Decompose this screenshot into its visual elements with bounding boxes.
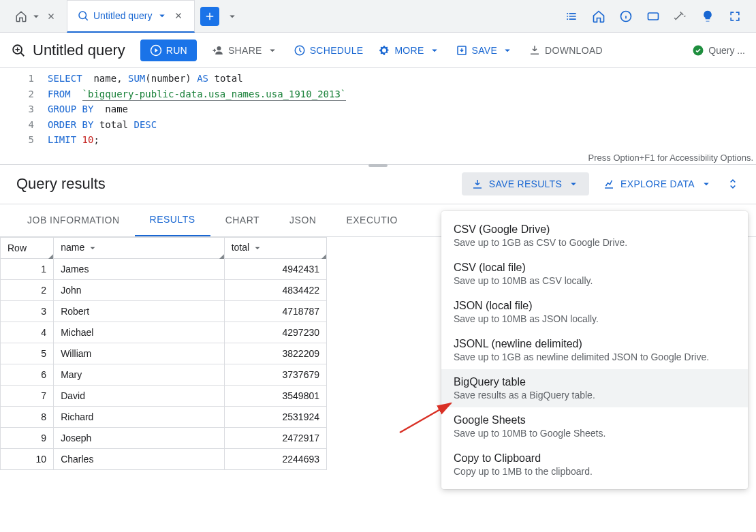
download-label: DOWNLOAD bbox=[545, 45, 603, 56]
table-row[interactable]: 5William3822209 bbox=[1, 343, 327, 364]
menu-item-title: CSV (Google Drive) bbox=[454, 223, 736, 236]
table-row[interactable]: 3Robert4718787 bbox=[1, 300, 327, 322]
cell-row: 10 bbox=[1, 448, 54, 469]
download-button[interactable]: DOWNLOAD bbox=[529, 44, 603, 57]
menu-item-google-sheets[interactable]: Google SheetsSave up to 10MB to Google S… bbox=[441, 407, 748, 445]
cell-name: John bbox=[54, 279, 225, 300]
editor-code[interactable]: SELECT name, SUM(number) AS totalFROM `b… bbox=[42, 68, 346, 164]
more-label: MORE bbox=[394, 45, 424, 56]
tab-job-information[interactable]: JOB INFORMATION bbox=[12, 204, 135, 236]
cell-row: 9 bbox=[1, 427, 54, 448]
column-row[interactable]: Row◢ bbox=[1, 237, 54, 258]
expand-collapse-icon[interactable] bbox=[726, 177, 740, 191]
menu-item-jsonl-newline-delimited-[interactable]: JSONL (newline delimited)Save up to 1GB … bbox=[441, 331, 748, 369]
chevron-down-icon bbox=[30, 10, 42, 22]
sql-editor[interactable]: 1 2 3 4 5 SELECT name, SUM(number) AS to… bbox=[0, 68, 756, 165]
menu-item-desc: Save up to 1GB as newline delimited JSON… bbox=[454, 351, 736, 362]
menu-item-copy-to-clipboard[interactable]: Copy to ClipboardCopy up to 1MB to the c… bbox=[441, 445, 748, 484]
table-row[interactable]: 6Mary3737679 bbox=[1, 364, 327, 385]
cell-total: 4718787 bbox=[224, 300, 326, 322]
schedule-button[interactable]: SCHEDULE bbox=[294, 44, 364, 57]
clock-icon bbox=[294, 44, 306, 57]
menu-item-title: CSV (local file) bbox=[454, 262, 736, 274]
menu-item-desc: Save up to 1GB as CSV to Google Drive. bbox=[454, 237, 736, 248]
menu-item-desc: Save up to 10MB as JSON locally. bbox=[454, 313, 736, 324]
query-title-text: Untitled query bbox=[33, 42, 125, 59]
query-status-text: Query ... bbox=[708, 45, 745, 56]
magic-icon[interactable] bbox=[673, 9, 688, 24]
cell-total: 3822209 bbox=[224, 343, 326, 364]
column-name[interactable]: name◢ bbox=[54, 237, 225, 258]
keyboard-icon[interactable] bbox=[646, 9, 661, 24]
query-action-bar: Untitled query RUN SHARE SCHEDULE MORE S… bbox=[0, 33, 756, 68]
accessibility-hint: Press Option+F1 for Accessibility Option… bbox=[588, 153, 753, 163]
add-tab-button[interactable] bbox=[200, 7, 219, 26]
menu-item-csv-local-file-[interactable]: CSV (local file)Save up to 10MB as CSV l… bbox=[441, 255, 748, 293]
save-icon bbox=[456, 44, 468, 57]
cell-total: 2472917 bbox=[224, 427, 326, 448]
chevron-down-icon bbox=[700, 178, 712, 190]
editor-gutter: 1 2 3 4 5 bbox=[0, 68, 42, 164]
table-row[interactable]: 10Charles2244693 bbox=[1, 448, 327, 469]
tab-bar: Untitled query bbox=[0, 0, 756, 33]
menu-item-desc: Copy up to 1MB to the clipboard. bbox=[454, 466, 736, 477]
sort-icon bbox=[87, 242, 98, 253]
fullscreen-icon[interactable] bbox=[727, 9, 742, 24]
list-icon[interactable] bbox=[564, 9, 579, 24]
query-icon bbox=[77, 10, 89, 22]
table-row[interactable]: 2John4834422 bbox=[1, 279, 327, 300]
download-icon bbox=[529, 44, 541, 57]
tab-execution[interactable]: EXECUTIO bbox=[331, 204, 413, 236]
menu-item-title: Copy to Clipboard bbox=[454, 452, 736, 465]
cell-name: Michael bbox=[54, 322, 225, 343]
cell-row: 1 bbox=[1, 258, 54, 279]
cell-row: 4 bbox=[1, 322, 54, 343]
menu-item-json-local-file-[interactable]: JSON (local file)Save up to 10MB as JSON… bbox=[441, 293, 748, 331]
cell-name: Charles bbox=[54, 448, 225, 469]
chevron-down-icon bbox=[156, 10, 168, 22]
person-add-icon bbox=[212, 44, 224, 57]
table-row[interactable]: 7David3549801 bbox=[1, 385, 327, 406]
cell-name: Joseph bbox=[54, 427, 225, 448]
cell-name: Mary bbox=[54, 364, 225, 385]
lightbulb-icon[interactable] bbox=[700, 9, 715, 24]
table-row[interactable]: 1James4942431 bbox=[1, 258, 327, 279]
column-total[interactable]: total◢ bbox=[224, 237, 326, 258]
save-results-button[interactable]: SAVE RESULTS bbox=[462, 172, 589, 195]
cell-total: 3549801 bbox=[224, 385, 326, 406]
tab-chart[interactable]: CHART bbox=[210, 204, 274, 236]
tab-label: Untitled query bbox=[93, 10, 152, 21]
menu-item-csv-google-drive-[interactable]: CSV (Google Drive)Save up to 1GB as CSV … bbox=[441, 217, 748, 255]
menu-item-title: JSON (local file) bbox=[454, 300, 736, 312]
menu-item-bigquery-table[interactable]: BigQuery tableSave results as a BigQuery… bbox=[441, 369, 748, 407]
cell-total: 4297230 bbox=[224, 322, 326, 343]
table-row[interactable]: 4Michael4297230 bbox=[1, 322, 327, 343]
close-icon[interactable] bbox=[45, 10, 57, 22]
cell-name: William bbox=[54, 343, 225, 364]
chart-icon bbox=[603, 178, 615, 190]
table-row[interactable]: 9Joseph2472917 bbox=[1, 427, 327, 448]
cell-name: James bbox=[54, 258, 225, 279]
share-button[interactable]: SHARE bbox=[212, 44, 279, 57]
explore-data-button[interactable]: EXPLORE DATA bbox=[603, 178, 712, 190]
query-title: Untitled query bbox=[11, 42, 125, 59]
cell-total: 4942431 bbox=[224, 258, 326, 279]
svg-point-8 bbox=[693, 45, 704, 55]
run-button[interactable]: RUN bbox=[140, 40, 197, 61]
close-icon[interactable] bbox=[172, 10, 185, 22]
table-row[interactable]: 8Richard2531924 bbox=[1, 406, 327, 427]
run-button-label: RUN bbox=[166, 45, 187, 56]
share-label: SHARE bbox=[228, 45, 262, 56]
cell-row: 7 bbox=[1, 385, 54, 406]
tab-json[interactable]: JSON bbox=[274, 204, 331, 236]
tab-home[interactable] bbox=[5, 0, 67, 33]
save-button[interactable]: SAVE bbox=[456, 44, 514, 57]
home-outline-icon[interactable] bbox=[591, 9, 606, 24]
more-button[interactable]: MORE bbox=[378, 44, 440, 57]
resize-handle[interactable] bbox=[368, 164, 388, 167]
tab-untitled-query[interactable]: Untitled query bbox=[67, 0, 195, 33]
menu-item-title: JSONL (newline delimited) bbox=[454, 338, 736, 350]
tab-results[interactable]: RESULTS bbox=[135, 204, 210, 236]
add-tab-dropdown[interactable] bbox=[226, 10, 238, 22]
info-icon[interactable] bbox=[618, 9, 633, 24]
